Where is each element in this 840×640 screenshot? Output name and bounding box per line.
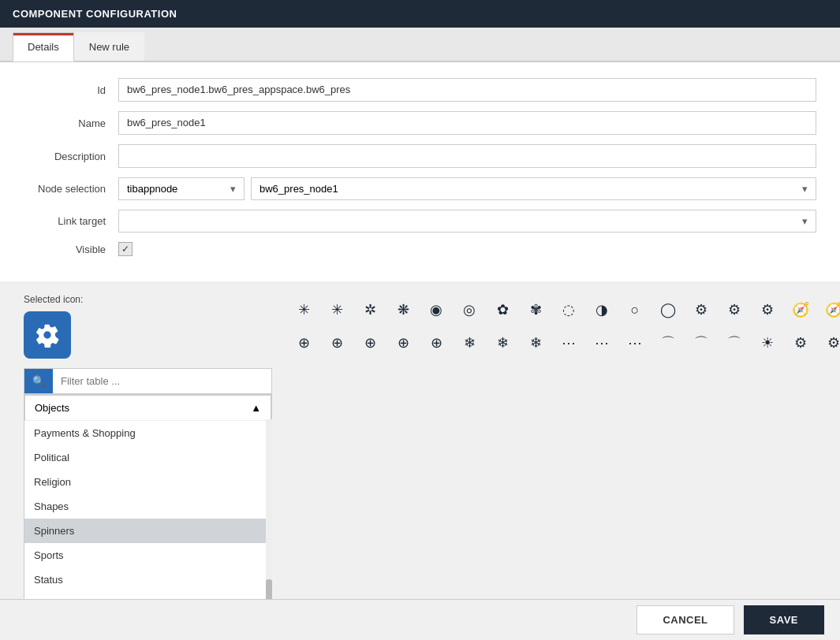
node-value-select[interactable]: bw6_pres_node1 ▾ (251, 177, 816, 200)
icon-settings-2[interactable]: ⚙ (818, 327, 840, 359)
icon-gear-3[interactable]: ⚙ (752, 294, 783, 326)
icon-snowflake-2[interactable]: ❄ (487, 327, 518, 359)
id-value[interactable]: bw6_pres_node1.bw6_pres_appspace.bw6_pre… (118, 78, 816, 102)
icon-dots-2[interactable]: ⋯ (586, 327, 618, 359)
filter-container: 🔍 (24, 368, 272, 394)
link-target-label: Link target (24, 215, 118, 227)
icon-circle-dotted-1[interactable]: ◉ (420, 294, 452, 326)
icon-sun-2[interactable]: ☀ (752, 327, 783, 359)
icon-compass-2[interactable]: 🧭 (818, 294, 840, 326)
name-value[interactable]: bw6_pres_node1 (118, 111, 816, 135)
footer: CANCEL SAVE (0, 599, 840, 640)
icon-asterisk-1[interactable]: ✳ (288, 294, 319, 326)
description-row: Description (24, 144, 816, 168)
id-label: Id (24, 84, 118, 96)
node-type-select[interactable]: tibappnode ▾ (118, 177, 245, 200)
bottom-section: Selected icon: 🔍 Objects ▲ Payments & Sh… (0, 281, 840, 640)
icon-sun-1[interactable]: ✾ (520, 294, 551, 326)
link-target-arrow: ▾ (802, 215, 808, 227)
icon-snowflake-1[interactable]: ❄ (454, 327, 485, 359)
objects-arrow-up: ▲ (251, 402, 261, 414)
left-panel: Selected icon: 🔍 Objects ▲ Payments & Sh… (24, 294, 272, 640)
icon-shield-3[interactable]: ⊕ (420, 327, 452, 359)
icon-circle-outline-2[interactable]: ◯ (652, 294, 684, 326)
selected-icon-label: Selected icon: (24, 294, 272, 305)
node-type-arrow: ▾ (230, 183, 236, 195)
icon-arc-1[interactable]: ⌒ (652, 327, 684, 359)
icon-asterisk-3[interactable]: ✲ (354, 294, 386, 326)
visible-row: Visible (24, 242, 816, 256)
category-item-objects[interactable]: Objects ▲ (24, 395, 271, 421)
tab-new-rule[interactable]: New rule (74, 32, 144, 61)
icon-circle-spin-1[interactable]: ◑ (586, 294, 618, 326)
icon-target-2[interactable]: ⊕ (321, 327, 353, 359)
name-label: Name (24, 117, 118, 129)
icon-settings-1[interactable]: ⚙ (785, 327, 816, 359)
node-selection-label: Node selection (24, 183, 118, 195)
category-item-status[interactable]: Status (24, 567, 271, 592)
category-item-shapes[interactable]: Shapes (24, 494, 271, 519)
node-selection-row: Node selection tibappnode ▾ bw6_pres_nod… (24, 177, 816, 200)
gear-icon (35, 322, 60, 348)
id-row: Id bw6_pres_node1.bw6_pres_appspace.bw6_… (24, 78, 816, 102)
icon-asterisk-2[interactable]: ✳ (321, 294, 353, 326)
icon-arc-3[interactable]: ⌒ (719, 327, 750, 359)
description-label: Description (24, 151, 118, 162)
category-item-sports[interactable]: Sports (24, 543, 271, 567)
icon-dots-1[interactable]: ⋯ (553, 327, 584, 359)
description-value[interactable] (118, 144, 816, 168)
icon-snowflake-3[interactable]: ❄ (520, 327, 551, 359)
cancel-button[interactable]: CANCEL (637, 605, 734, 634)
icon-gear-1[interactable]: ⚙ (685, 294, 717, 326)
form-section: Id bw6_pres_node1.bw6_pres_appspace.bw6_… (0, 62, 840, 281)
save-button[interactable]: SAVE (744, 605, 824, 634)
icon-gear-2[interactable]: ⚙ (719, 294, 750, 326)
icon-shield-1[interactable]: ⊕ (354, 327, 386, 359)
icons-grid: ✳ ✳ ✲ ❋ ◉ ◎ ✿ ✾ ◌ ◑ ○ ◯ ⚙ ⚙ ⚙ 🧭 🧭 🧭 ⊕ ⊕ … (288, 294, 840, 359)
visible-label: Visible (24, 244, 118, 255)
category-item-religion[interactable]: Religion (24, 470, 271, 494)
link-target-row: Link target ▾ (24, 210, 816, 233)
title-text: COMPONENT CONFIGURATION (13, 8, 177, 20)
title-bar: COMPONENT CONFIGURATION (0, 0, 840, 28)
tab-bar: Details New rule (0, 28, 840, 62)
right-panel: ✳ ✳ ✲ ❋ ◉ ◎ ✿ ✾ ◌ ◑ ○ ◯ ⚙ ⚙ ⚙ 🧭 🧭 🧭 ⊕ ⊕ … (288, 294, 840, 640)
selected-icon-box[interactable] (24, 311, 71, 359)
filter-input[interactable] (53, 369, 271, 393)
icon-circle-outline-1[interactable]: ○ (619, 294, 651, 326)
category-item-spinners[interactable]: Spinners (24, 519, 271, 543)
icon-circle-ring-2[interactable]: ◌ (553, 294, 584, 326)
search-icon: 🔍 (24, 369, 53, 393)
icon-compass-1[interactable]: 🧭 (785, 294, 816, 326)
tab-details[interactable]: Details (13, 32, 74, 61)
icon-flower-1[interactable]: ❋ (387, 294, 419, 326)
visible-checkbox[interactable] (118, 242, 133, 256)
link-target-select[interactable]: ▾ (118, 210, 816, 233)
category-item-payments[interactable]: Payments & Shopping (24, 421, 271, 445)
node-selection-container: tibappnode ▾ bw6_pres_node1 ▾ (118, 177, 816, 200)
icon-target-1[interactable]: ⊕ (288, 327, 319, 359)
node-value-arrow: ▾ (802, 183, 808, 195)
icon-shield-2[interactable]: ⊕ (387, 327, 419, 359)
category-item-political[interactable]: Political (24, 445, 271, 470)
icon-circle-ring-1[interactable]: ◎ (454, 294, 485, 326)
icon-dots-3[interactable]: ⋯ (619, 327, 651, 359)
name-row: Name bw6_pres_node1 (24, 111, 816, 135)
icon-star-burst[interactable]: ✿ (487, 294, 518, 326)
icon-arc-2[interactable]: ⌒ (685, 327, 717, 359)
